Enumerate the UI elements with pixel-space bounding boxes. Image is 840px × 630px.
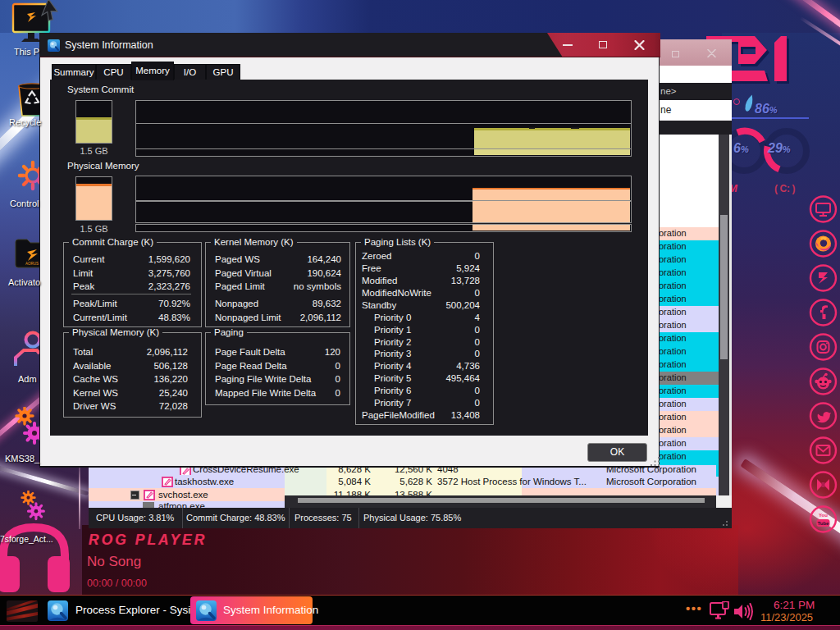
svg-text:You: You	[819, 513, 828, 518]
svg-text:AORUS: AORUS	[25, 262, 39, 266]
svg-text:Tube: Tube	[818, 521, 830, 526]
